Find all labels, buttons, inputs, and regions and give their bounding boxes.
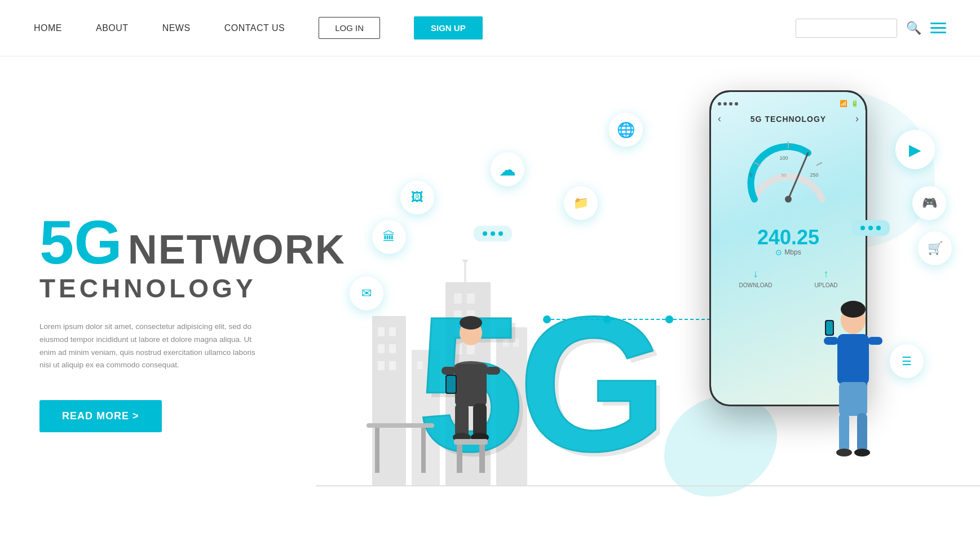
person-standing: [808, 289, 898, 486]
nav-links: HOME ABOUT NEWS CONTACT US LOG IN SIGN U…: [34, 16, 762, 40]
search-area: 🔍: [796, 19, 946, 38]
svg-point-32: [785, 196, 792, 203]
svg-text:50: 50: [782, 173, 787, 178]
hamburger-line: [930, 27, 946, 29]
phone-dot: [718, 102, 721, 106]
gamepad-icon-float: 🎮: [912, 186, 946, 220]
signup-button[interactable]: SIGN UP: [414, 16, 483, 40]
svg-line-25: [816, 163, 822, 165]
upload-icon: ↑: [823, 268, 828, 280]
speed-value: 240.25: [718, 227, 859, 248]
phone-nav-title: 5G TECHNOLOGY: [751, 115, 826, 124]
svg-rect-44: [447, 376, 456, 393]
phone-forward-arrow[interactable]: ›: [855, 113, 859, 125]
phone-dot: [735, 102, 738, 106]
nav-news[interactable]: NEWS: [162, 23, 191, 33]
hamburger-line: [930, 32, 946, 33]
svg-rect-56: [857, 413, 867, 453]
image-icon-float: 🖼: [400, 181, 434, 214]
person-sitting: [414, 299, 527, 480]
read-more-button[interactable]: READ MORE >: [39, 400, 162, 432]
svg-rect-37: [455, 403, 469, 437]
svg-point-65: [603, 315, 611, 323]
svg-rect-6: [389, 361, 396, 370]
svg-rect-5: [378, 361, 385, 370]
phone-dot: [729, 102, 732, 106]
hero-description: Lorem ipsum dolor sit amet, consectetur …: [39, 321, 265, 372]
svg-rect-45: [454, 439, 488, 445]
list-icon-float: ☰: [890, 344, 924, 378]
title-network: NETWORK: [128, 229, 346, 270]
upload-col: ↑ UPLOAD: [814, 268, 837, 288]
phone-icons-right: 📶 🔋: [840, 100, 859, 107]
svg-rect-53: [837, 334, 869, 385]
speed-circle-icon: ⊙: [775, 248, 782, 257]
hero-section: 5G NETWORK TECHNOLOGY Lorem ipsum dolor …: [0, 56, 980, 553]
nav-about[interactable]: ABOUT: [96, 23, 129, 33]
phone-dot: [723, 102, 727, 106]
title-row: 5G NETWORK: [39, 211, 282, 273]
dot: [876, 226, 881, 230]
menu-button[interactable]: [930, 23, 946, 33]
svg-rect-3: [378, 344, 385, 353]
download-col: ↓ DOWNLOAD: [739, 268, 772, 288]
globe-icon-float: 🌐: [609, 113, 643, 147]
search-input[interactable]: [796, 19, 897, 38]
title-technology: TECHNOLOGY: [39, 273, 282, 304]
svg-rect-54: [839, 382, 867, 416]
battery-icon: 🔋: [851, 100, 859, 107]
svg-rect-62: [826, 321, 833, 335]
svg-rect-1: [378, 327, 385, 336]
phone-dots: [718, 102, 738, 106]
cloud-icon-float: ☁: [491, 152, 524, 186]
video-icon-float: ▶: [895, 130, 935, 169]
svg-rect-2: [389, 327, 396, 336]
mail-icon-float: ✉: [350, 276, 383, 310]
svg-rect-42: [485, 367, 500, 375]
chat-bubble-right: [851, 220, 890, 236]
hero-left: 5G NETWORK TECHNOLOGY Lorem ipsum dolor …: [0, 56, 316, 553]
phone-nav: ‹ 5G TECHNOLOGY ›: [718, 113, 859, 125]
download-label: DOWNLOAD: [739, 282, 772, 288]
dot: [860, 226, 865, 230]
svg-point-52: [841, 301, 866, 318]
svg-point-63: [543, 315, 551, 323]
cart-icon-float: 🛒: [918, 231, 952, 265]
search-icon: 🔍: [906, 21, 921, 35]
svg-rect-36: [455, 364, 487, 406]
speed-bars-row: ↓ DOWNLOAD ↑ UPLOAD: [718, 268, 859, 288]
svg-point-58: [854, 449, 870, 457]
nav-home[interactable]: HOME: [34, 23, 62, 33]
dot: [483, 231, 487, 236]
wifi-icon: 📶: [840, 100, 847, 107]
svg-rect-55: [839, 413, 849, 453]
svg-point-67: [665, 315, 673, 323]
svg-text:0: 0: [749, 172, 752, 178]
svg-rect-41: [442, 367, 456, 375]
speed-unit: ⊙ Mbps: [718, 248, 859, 257]
login-button[interactable]: LOG IN: [319, 17, 380, 39]
svg-rect-46: [457, 445, 462, 473]
title-5g: 5G: [39, 211, 122, 273]
hamburger-line: [930, 23, 946, 24]
dot: [868, 226, 873, 230]
folder-icon-float: 📁: [564, 186, 598, 220]
upload-label: UPLOAD: [814, 282, 837, 288]
navigation: HOME ABOUT NEWS CONTACT US LOG IN SIGN U…: [0, 0, 980, 56]
bank-icon-float: 🏛: [372, 220, 406, 254]
svg-rect-49: [375, 428, 379, 473]
svg-rect-4: [389, 344, 396, 353]
dot: [498, 231, 503, 236]
dot: [491, 231, 495, 236]
phone-back-arrow[interactable]: ‹: [718, 113, 721, 125]
svg-rect-60: [868, 337, 882, 345]
hero-right: 5G: [316, 56, 980, 553]
svg-text:250: 250: [810, 172, 818, 178]
phone-status-bar: 📶 🔋: [718, 100, 859, 107]
speedometer: 100 250 0 50: [743, 131, 833, 222]
svg-point-35: [460, 316, 482, 330]
svg-point-57: [836, 449, 852, 457]
nav-contact[interactable]: CONTACT US: [224, 23, 285, 33]
search-icon-button[interactable]: 🔍: [906, 21, 921, 36]
svg-point-23: [462, 260, 468, 262]
